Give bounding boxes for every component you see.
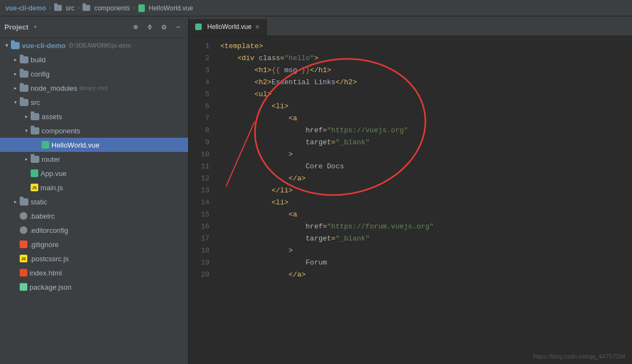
tree-item-src[interactable]: src: [0, 95, 188, 109]
tab-close-button[interactable]: ✕: [255, 24, 260, 31]
breadcrumb-project[interactable]: vue-cli-demo: [5, 4, 46, 12]
tree-item-app-vue[interactable]: App.vue: [0, 166, 188, 180]
babelrc-arrow: [11, 212, 20, 220]
editorconfig-arrow: [11, 226, 20, 234]
postcssrc-arrow: [11, 254, 20, 263]
build-arrow: [11, 55, 20, 64]
code-line-8: href="https://vuejs.org": [220, 125, 632, 137]
config-arrow: [11, 69, 20, 78]
babelrc-label: .babelrc: [30, 212, 55, 220]
filter-icon[interactable]: ≑: [144, 22, 155, 33]
tree-item-index-html[interactable]: index.html: [0, 266, 188, 280]
package-json-icon: [20, 283, 27, 291]
breadcrumb-sep-2: ›: [77, 4, 80, 12]
breadcrumb-sep-1: ›: [48, 4, 52, 12]
components-folder-icon-tree: [31, 127, 39, 134]
code-line-2: <div class="hello">: [220, 52, 632, 64]
root-path-label: D:\IDEAWORK\js-dem: [69, 42, 131, 49]
code-content[interactable]: <template> <div class="hello"> <h1>{{ ms…: [216, 36, 632, 364]
tree-item-node-modules[interactable]: node_modules library root: [0, 81, 188, 95]
static-arrow: [11, 197, 20, 206]
main-layout: Project ▾ ⊕ ≑ ⚙ − vue-cli-demo D:\IDEAWO…: [0, 16, 632, 364]
src-label: src: [31, 98, 40, 107]
editorconfig-label: .editorconfig: [30, 226, 68, 234]
app-vue-label: App.vue: [40, 169, 67, 178]
tree-item-static[interactable]: static: [0, 195, 188, 209]
static-folder-icon: [20, 198, 28, 206]
tree-root-project[interactable]: vue-cli-demo D:\IDEAWORK\js-dem: [0, 38, 188, 52]
project-dropdown-arrow[interactable]: ▾: [34, 24, 37, 30]
router-arrow: [22, 155, 31, 163]
breadcrumb-src[interactable]: src: [66, 4, 74, 12]
tree-item-router[interactable]: router: [0, 152, 188, 166]
components-arrow: [22, 126, 31, 135]
root-project-label: vue-cli-demo: [22, 42, 66, 50]
code-line-6: <li>: [220, 101, 632, 113]
build-label: build: [31, 56, 45, 64]
breadcrumb-sep-3: ›: [132, 4, 136, 12]
editor-area: HelloWorld.vue ✕ 1 2 3 4 5 6 7 8 9 10 11…: [189, 16, 632, 364]
node-modules-label: node_modules: [31, 84, 77, 92]
tree-item-components[interactable]: components: [0, 124, 188, 138]
code-line-16: href="https://forum.vuejs.org": [220, 221, 632, 233]
tree-item-config[interactable]: config: [0, 67, 188, 81]
tree-item-main-js[interactable]: JS main.js: [0, 180, 188, 195]
postcssrc-icon: JS: [20, 255, 27, 262]
code-line-14: <li>: [220, 197, 632, 209]
root-folder-icon: [11, 42, 20, 49]
package-json-label: package.json: [30, 283, 72, 291]
gitignore-label: .gitignore: [30, 240, 58, 249]
editor-tabs: HelloWorld.vue ✕: [189, 16, 632, 36]
code-line-5: <ul>: [220, 89, 632, 101]
src-folder-icon-tree: [20, 99, 28, 106]
code-area: 1 2 3 4 5 6 7 8 9 10 11 12 13 14 15 16 1…: [189, 36, 632, 364]
tree-item-helloworld[interactable]: HelloWorld.vue: [0, 138, 188, 152]
settings-icon[interactable]: ⚙: [159, 22, 169, 33]
code-line-19: Forum: [220, 257, 632, 269]
src-folder-icon: [54, 5, 62, 11]
tree-item-postcssrc[interactable]: JS .postcssrc.js: [0, 251, 188, 266]
index-html-arrow: [11, 268, 20, 277]
tab-label: HelloWorld.vue: [207, 23, 251, 31]
node-modules-folder-icon: [20, 85, 28, 92]
components-folder-icon: [83, 5, 90, 11]
main-js-icon: JS: [31, 184, 38, 191]
tree-item-build[interactable]: build: [0, 52, 188, 67]
assets-arrow: [22, 112, 31, 121]
editor-tab-helloworld[interactable]: HelloWorld.vue ✕: [189, 19, 267, 36]
breadcrumb-components[interactable]: components: [94, 4, 130, 12]
components-label: components: [42, 127, 80, 135]
library-root-label: library root: [79, 85, 108, 91]
index-html-icon: [20, 269, 27, 277]
helloworld-file-icon-breadcrumb: [138, 4, 145, 12]
src-arrow: [11, 98, 20, 107]
tree-item-babelrc[interactable]: .babelrc: [0, 209, 188, 223]
tree-item-assets[interactable]: assets: [0, 109, 188, 124]
index-html-label: index.html: [30, 269, 62, 277]
code-line-12: </a>: [220, 173, 632, 185]
gitignore-icon: [20, 240, 27, 248]
tab-vue-icon: [195, 24, 202, 30]
assets-label: assets: [42, 113, 62, 121]
static-label: static: [31, 198, 47, 206]
tree-item-editorconfig[interactable]: .editorconfig: [0, 223, 188, 237]
code-line-11: Core Docs: [220, 161, 632, 173]
editorconfig-icon: [20, 226, 27, 234]
main-js-label: main.js: [40, 184, 63, 192]
tree-item-package-json[interactable]: package.json: [0, 280, 188, 294]
sidebar-content: vue-cli-demo D:\IDEAWORK\js-dem build co…: [0, 38, 188, 364]
add-icon[interactable]: ⊕: [130, 22, 141, 33]
code-line-9: target="_blank": [220, 137, 632, 149]
code-line-15: <a: [220, 209, 632, 221]
app-vue-arrow: [22, 169, 31, 178]
router-label: router: [42, 155, 60, 163]
babelrc-icon: [20, 212, 27, 220]
app-vue-icon: [31, 169, 38, 177]
line-numbers: 1 2 3 4 5 6 7 8 9 10 11 12 13 14 15 16 1…: [189, 36, 216, 364]
helloworld-vue-icon: [42, 141, 49, 149]
sidebar: Project ▾ ⊕ ≑ ⚙ − vue-cli-demo D:\IDEAWO…: [0, 16, 189, 364]
tree-item-gitignore[interactable]: .gitignore: [0, 237, 188, 251]
build-folder-icon: [20, 56, 28, 63]
code-line-20: </a>: [220, 269, 632, 281]
collapse-icon[interactable]: −: [173, 22, 184, 33]
